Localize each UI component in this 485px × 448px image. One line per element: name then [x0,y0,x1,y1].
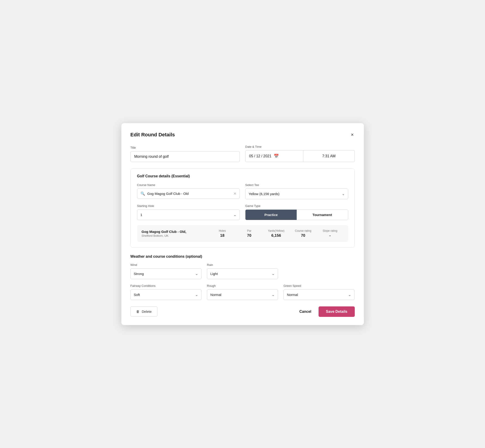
title-field-group: Title [130,146,240,162]
holes-label: Holes [209,229,236,232]
select-tee-dropdown[interactable]: Yellow (6,156 yards) ⌄ [245,189,348,199]
green-speed-value: Normal [287,293,298,297]
holes-stat: Holes 18 [209,229,236,238]
rain-dropdown[interactable]: Light ⌄ [207,268,278,279]
chevron-down-icon: ⌄ [348,293,351,297]
rough-label: Rough [207,284,278,288]
slope-rating-label: Slope rating [316,229,343,232]
par-label: Par [236,229,263,232]
yards-label: Yards(Yellow) [263,229,290,232]
game-type-group: Game Type Practice Tournament [245,204,348,220]
yards-stat: Yards(Yellow) 6,156 [263,229,290,238]
cancel-button[interactable]: Cancel [298,307,313,317]
rain-label: Rain [207,263,278,267]
practice-toggle-button[interactable]: Practice [245,210,297,220]
time-value: 7:31 AM [322,154,336,158]
hole-gametype-row: Starting Hole 1 ⌄ Game Type Practice Tou… [137,204,348,220]
wind-value: Strong [134,272,144,276]
conditions-row: Fairway Conditions Soft ⌄ Rough Normal ⌄… [130,284,355,300]
rain-value: Light [210,272,218,276]
trash-icon: 🗑 [136,310,140,313]
chevron-down-icon: ⌄ [195,272,198,276]
green-speed-dropdown[interactable]: Normal ⌄ [283,289,355,300]
footer-right: Cancel Save Details [298,306,355,317]
rough-dropdown[interactable]: Normal ⌄ [207,289,278,300]
holes-value: 18 [209,233,236,238]
slope-rating-value: - [316,233,343,238]
fairway-label: Fairway Conditions [130,284,202,288]
par-stat: Par 70 [236,229,263,238]
starting-hole-value: 1 [140,213,142,217]
modal-header: Edit Round Details × [130,131,355,138]
course-name-input-wrap[interactable]: 🔍 ✕ [137,189,240,199]
clear-icon[interactable]: ✕ [233,192,236,196]
datetime-field-group: Date & Time 05 / 12 / 2021 📅 7:31 AM [245,145,355,162]
select-tee-value: Yellow (6,156 yards) [249,192,279,196]
select-tee-group: Select Tee Yellow (6,156 yards) ⌄ [245,183,348,199]
chevron-down-icon: ⌄ [195,293,198,297]
rain-group: Rain Light ⌄ [207,263,278,279]
starting-hole-group: Starting Hole 1 ⌄ [137,204,240,220]
course-tee-row: Course Name 🔍 ✕ Select Tee Yellow (6,156… [137,183,348,199]
wind-label: Wind [130,263,202,267]
starting-hole-label: Starting Hole [137,204,240,208]
course-name-label: Course Name [137,183,240,187]
game-type-label: Game Type [245,204,348,208]
course-rating-value: 70 [290,233,316,238]
chevron-down-icon: ⌄ [272,272,275,276]
course-rating-label: Course rating [290,229,316,232]
calendar-icon: 📅 [274,154,279,159]
course-info-row: Gog Magog Golf Club - Old, Shelford Bott… [137,225,348,242]
delete-button[interactable]: 🗑 Delete [130,306,157,317]
chevron-down-icon: ⌄ [342,192,345,196]
game-type-toggle: Practice Tournament [245,209,348,220]
course-info-name: Gog Magog Golf Club - Old, Shelford Bott… [142,230,209,237]
par-value: 70 [236,233,263,238]
slope-rating-stat: Slope rating - [316,229,343,238]
title-label: Title [130,146,240,149]
wind-rain-row: Wind Strong ⌄ Rain Light ⌄ [130,263,355,279]
fairway-group: Fairway Conditions Soft ⌄ [130,284,202,300]
rough-value: Normal [210,293,221,297]
edit-round-modal: Edit Round Details × Title Date & Time 0… [121,123,364,325]
course-rating-stat: Course rating 70 [290,229,316,238]
modal-title: Edit Round Details [130,132,175,138]
weather-section: Weather and course conditions (optional)… [130,255,355,300]
time-input[interactable]: 7:31 AM [303,150,355,162]
chevron-down-icon: ⌄ [233,213,236,217]
date-value: 05 / 12 / 2021 [249,154,271,158]
course-info-location: Shelford Bottom, UK [142,234,209,237]
title-input[interactable] [130,151,240,162]
weather-title: Weather and course conditions (optional) [130,255,355,259]
course-name-group: Course Name 🔍 ✕ [137,183,240,199]
fairway-value: Soft [134,293,140,297]
course-info-name-text: Gog Magog Golf Club - Old, [142,230,209,233]
green-speed-label: Green Speed [283,284,355,288]
green-speed-group: Green Speed Normal ⌄ [283,284,355,300]
select-tee-label: Select Tee [245,183,348,187]
save-button[interactable]: Save Details [319,306,355,317]
close-button[interactable]: × [350,131,355,138]
yards-value: 6,156 [263,233,290,238]
chevron-down-icon: ⌄ [272,293,275,297]
search-icon: 🔍 [140,192,145,196]
wind-dropdown[interactable]: Strong ⌄ [130,268,202,279]
delete-label: Delete [142,310,152,313]
datetime-row: 05 / 12 / 2021 📅 7:31 AM [245,150,355,162]
wind-group: Wind Strong ⌄ [130,263,202,279]
golf-section-title: Golf Course details (Essential) [137,174,348,178]
starting-hole-dropdown[interactable]: 1 ⌄ [137,209,240,220]
top-fields: Title Date & Time 05 / 12 / 2021 📅 7:31 … [130,145,355,162]
date-input[interactable]: 05 / 12 / 2021 📅 [245,150,303,162]
rough-group: Rough Normal ⌄ [207,284,278,300]
fairway-dropdown[interactable]: Soft ⌄ [130,289,202,300]
golf-course-section: Golf Course details (Essential) Course N… [130,168,355,248]
datetime-label: Date & Time [245,145,355,148]
tournament-toggle-button[interactable]: Tournament [297,210,348,220]
modal-footer: 🗑 Delete Cancel Save Details [130,306,355,317]
course-name-input[interactable] [147,192,231,196]
